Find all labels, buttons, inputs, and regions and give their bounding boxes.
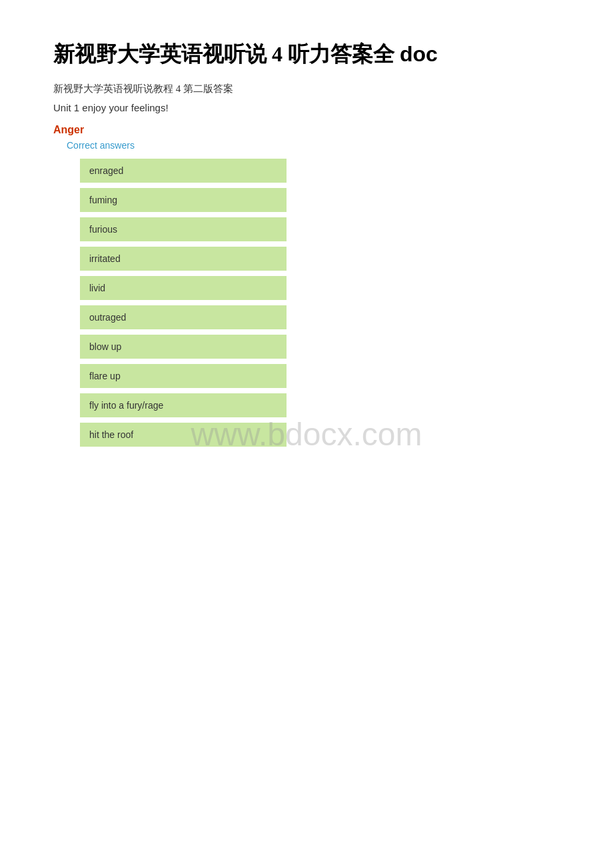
answer-item: irritated — [80, 247, 287, 271]
page-title: 新视野大学英语视听说 4 听力答案全 doc — [53, 40, 560, 69]
answer-item: furious — [80, 217, 287, 241]
answer-item: flare up — [80, 364, 287, 388]
answer-item: blow up — [80, 335, 287, 359]
page-title-chinese: 新视野大学英语视听说 4 听力答案全 — [53, 42, 394, 66]
section-anger-title: Anger — [53, 124, 560, 136]
subtitle: 新视野大学英语视听说教程 4 第二版答案 — [53, 83, 560, 95]
answer-item: livid — [80, 276, 287, 300]
correct-answers-label: Correct answers — [67, 140, 560, 151]
answers-list: enragedfumingfuriousirritatedlividoutrag… — [80, 159, 560, 447]
answer-item: outraged — [80, 305, 287, 329]
answer-item: fuming — [80, 188, 287, 212]
answer-item: hit the roof — [80, 423, 287, 447]
page-title-doc: doc — [400, 42, 438, 66]
answer-item: fly into a fury/rage — [80, 393, 287, 417]
answer-item: enraged — [80, 159, 287, 183]
unit-label: Unit 1 enjoy your feelings! — [53, 102, 560, 113]
